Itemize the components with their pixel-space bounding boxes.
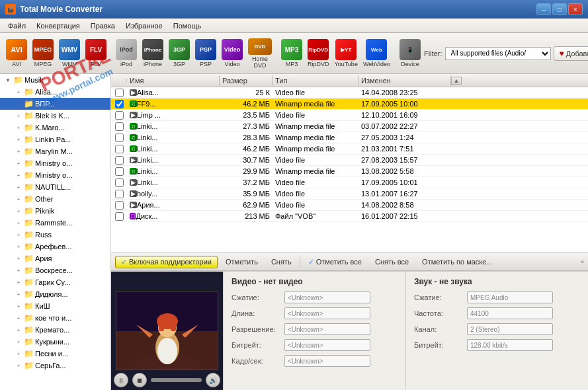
file-check-6[interactable] xyxy=(111,156,127,165)
play-button[interactable]: ⏸ xyxy=(114,373,128,387)
table-row[interactable]: ♫ Linki... 28.3 МБ Winamp media file 27.… xyxy=(111,132,588,143)
toolbar-mpeg[interactable]: MPEG MPEG xyxy=(30,36,56,71)
checkbox-10[interactable] xyxy=(115,201,124,210)
checkbox-1[interactable] xyxy=(115,100,124,108)
file-check-5[interactable] xyxy=(111,145,127,153)
maximize-button[interactable]: □ xyxy=(552,3,567,15)
checkbox-11[interactable] xyxy=(115,212,124,221)
progress-bar[interactable] xyxy=(151,378,202,382)
tree-item-14[interactable]: + 📁 Ария xyxy=(0,253,110,264)
minimize-button[interactable]: – xyxy=(536,3,551,15)
tree-item-9[interactable]: + 📁 Other xyxy=(0,193,110,205)
col-header-type[interactable]: Тип xyxy=(273,75,358,86)
tree-item-22[interactable]: + 📁 Песни и... xyxy=(0,348,110,360)
table-row[interactable]: ▶ Ария... 62.9 МБ Video file 14.08.2002 … xyxy=(111,200,588,211)
toolbar-avi[interactable]: AVI AVI xyxy=(4,36,29,71)
tree-item-3[interactable]: + 📁 K.Maro... xyxy=(0,122,110,134)
col-header-modified[interactable]: Изменен xyxy=(358,75,451,86)
file-check-0[interactable] xyxy=(111,89,127,97)
unmark-all-button[interactable]: Снять все xyxy=(370,256,414,267)
mark-button[interactable]: Отметить xyxy=(220,256,263,267)
tree-item-11[interactable]: + 📁 Rammste... xyxy=(0,217,110,229)
toolbar-iphone[interactable]: iPhone iPhone xyxy=(140,36,165,71)
stop-button[interactable]: ⏹ xyxy=(132,373,147,387)
table-row[interactable]: □ Диск... 213 МБ Файл "VOB" 16.01.2007 2… xyxy=(111,211,588,222)
tree-item-4[interactable]: + 📁 Linkin Pa... xyxy=(0,134,110,145)
checkbox-4[interactable] xyxy=(115,134,124,142)
scroll-up-button[interactable]: ▲ xyxy=(451,77,462,85)
checkbox-3[interactable] xyxy=(115,122,124,131)
toolbar-webvideo[interactable]: Web WebVideo xyxy=(361,36,392,71)
checkbox-0[interactable] xyxy=(115,89,124,97)
col-header-size[interactable]: Размер xyxy=(220,75,273,86)
toolbar-youtube[interactable]: ▶YT YouTube xyxy=(333,36,360,71)
toolbar-flv[interactable]: FLV FLV xyxy=(83,36,108,71)
file-check-7[interactable] xyxy=(111,167,127,176)
tree-item-18[interactable]: + 📁 КиШ xyxy=(0,300,110,312)
table-row[interactable]: ▶ Limp ... 23.5 МБ Video file 12.10.2001… xyxy=(111,110,588,121)
table-row[interactable]: ▶ Alisa... 25 К Video file 14.04.2008 23… xyxy=(111,87,588,98)
tree-item-15[interactable]: + 📁 Воскресе... xyxy=(0,264,110,276)
menu-file[interactable]: Файл xyxy=(3,20,31,31)
toolbar-mp3[interactable]: MP3 MP3 xyxy=(279,36,304,71)
unmark-button[interactable]: Снять xyxy=(266,256,297,267)
menu-edit[interactable]: Правка xyxy=(85,20,120,31)
mark-by-mask-button[interactable]: Отметить по маске... xyxy=(417,256,497,267)
tree-root[interactable]: ▼ 📁 Musik xyxy=(0,74,110,86)
checkbox-8[interactable] xyxy=(115,178,124,187)
menu-convert[interactable]: Конвертация xyxy=(31,20,85,31)
tree-item-7[interactable]: + 📁 Ministry o... xyxy=(0,169,110,181)
checkbox-9[interactable] xyxy=(115,190,124,198)
volume-button[interactable]: 🔊 xyxy=(206,373,220,387)
file-check-9[interactable] xyxy=(111,190,127,198)
expand-more-icon[interactable]: » xyxy=(581,258,584,265)
file-check-2[interactable] xyxy=(111,111,127,120)
tree-item-23[interactable]: + 📁 СерьГа... xyxy=(0,360,110,371)
file-check-11[interactable] xyxy=(111,212,127,221)
tree-item-16[interactable]: + 📁 Гарик Су... xyxy=(0,276,110,288)
toolbar-ripdvd[interactable]: RipDVD RipDVD xyxy=(306,36,331,71)
col-header-check[interactable] xyxy=(111,79,127,82)
table-row[interactable]: ▶ Linki... 37.2 МБ Video file 17.09.2005… xyxy=(111,177,588,188)
include-subdirs-button[interactable]: ✓ Включая поддиректории xyxy=(115,256,218,268)
table-row[interactable]: ▶ Linki... 30.7 МБ Video file 27.08.2003… xyxy=(111,155,588,166)
filter-select[interactable]: All supported files (Audio/ xyxy=(445,47,551,60)
checkbox-5[interactable] xyxy=(115,145,124,153)
checkbox-7[interactable] xyxy=(115,167,124,176)
tree-item-0[interactable]: + 📁 Alisa... xyxy=(0,86,110,98)
col-header-name[interactable]: Имя xyxy=(127,75,220,86)
toolbar-3gp[interactable]: 3GP 3GP xyxy=(167,36,192,71)
tree-item-13[interactable]: + 📁 Арефьев... xyxy=(0,241,110,253)
tree-item-5[interactable]: + 📁 Marylin M... xyxy=(0,145,110,157)
close-button[interactable]: × xyxy=(568,3,583,15)
tree-item-12[interactable]: + 📁 Russ xyxy=(0,229,110,241)
checkbox-6[interactable] xyxy=(115,156,124,165)
table-row[interactable]: ♫ Linki... 29.9 МБ Winamp media file 13.… xyxy=(111,166,588,177)
add-favorites-button[interactable]: ♥ Добавить в избранное xyxy=(554,46,588,61)
toolbar-wmv[interactable]: WMV WMV xyxy=(57,36,82,71)
tree-item-17[interactable]: + 📁 Дидюля... xyxy=(0,288,110,300)
file-check-10[interactable] xyxy=(111,201,127,210)
toolbar-homedvd[interactable]: DVD Home DVD xyxy=(246,36,274,71)
tree-item-20[interactable]: + 📁 Кремато... xyxy=(0,324,110,336)
file-check-8[interactable] xyxy=(111,178,127,187)
toolbar-psp[interactable]: PSP PSP xyxy=(193,36,218,71)
file-check-1[interactable] xyxy=(111,100,127,108)
menu-favorites[interactable]: Избранное xyxy=(120,20,168,31)
tree-item-2[interactable]: + 📁 Blek is K... xyxy=(0,110,110,122)
table-row[interactable]: ♫ Linki... 46.2 МБ Winamp media file 21.… xyxy=(111,143,588,155)
toolbar-ipod[interactable]: iPod iPod xyxy=(114,36,139,71)
mark-all-button[interactable]: ✓ Отметить все xyxy=(303,256,367,268)
table-row[interactable]: ▶ holly... 35.9 МБ Video file 13.01.2007… xyxy=(111,188,588,200)
file-check-3[interactable] xyxy=(111,122,127,131)
toolbar-video[interactable]: Video Video xyxy=(220,36,245,71)
tree-item-1[interactable]: + 📁 ВПР... xyxy=(0,98,110,110)
tree-item-19[interactable]: + 📁 кое что и... xyxy=(0,312,110,324)
tree-item-6[interactable]: + 📁 Ministry o... xyxy=(0,157,110,169)
tree-item-21[interactable]: + 📁 Кукрыни... xyxy=(0,336,110,348)
tree-item-8[interactable]: + 📁 NAUTILL... xyxy=(0,181,110,193)
table-row[interactable]: ♫ FF9... 46.2 МБ Winamp media file 17.09… xyxy=(111,98,588,110)
toolbar-device[interactable]: 📱 Device xyxy=(398,36,423,71)
table-row[interactable]: ♫ Linki... 27.3 МБ Winamp media file 03.… xyxy=(111,121,588,132)
menu-help[interactable]: Помощь xyxy=(168,20,207,31)
